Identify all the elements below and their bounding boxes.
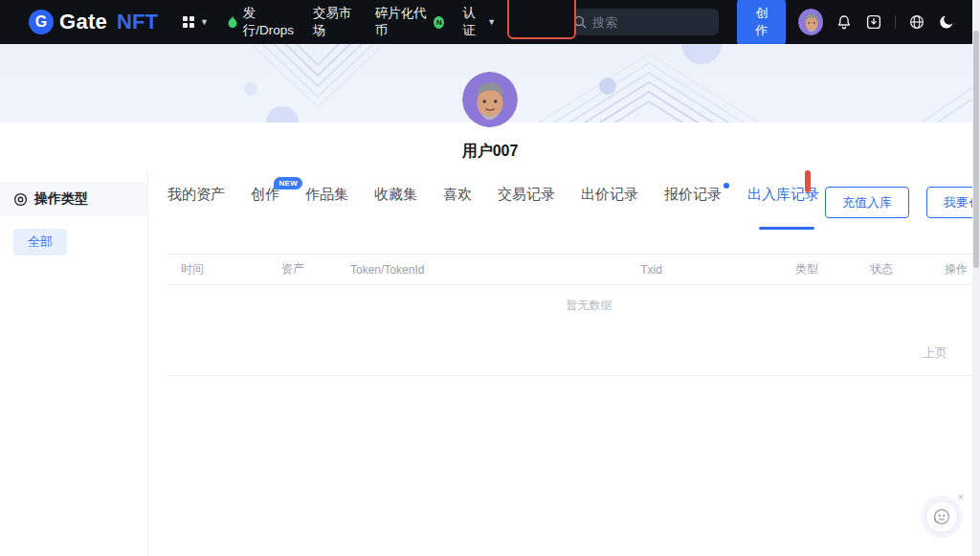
apps-menu-button[interactable]: ▼ (182, 15, 209, 29)
col-txid: Txid (537, 263, 766, 277)
asset-inbox-icon[interactable] (865, 13, 882, 31)
notifications-bell-icon[interactable] (835, 13, 853, 31)
nav-divider (895, 15, 896, 29)
records-table: 时间 资产 Token/TokenId Txid 类型 状态 操作 暂无数据 上… (167, 254, 980, 376)
profile-tabs: 我的资产 创作NEW 作品集 收藏集 喜欢 交易记录 出价记录 报价记录 出入库… (167, 186, 825, 230)
sidebar-title: 操作类型 (34, 190, 88, 208)
tab-collections[interactable]: 收藏集 (374, 186, 417, 230)
tab-trade-history[interactable]: 交易记录 (498, 186, 555, 230)
nav-item-label: 我的资产 (520, 5, 564, 39)
tabs-row: 我的资产 创作NEW 作品集 收藏集 喜欢 交易记录 出价记录 报价记录 出入库… (167, 186, 980, 230)
gate-nft-logo[interactable]: G Gate NFT (29, 10, 158, 34)
dark-mode-moon-icon[interactable] (938, 13, 955, 31)
chevron-down-icon: ▼ (200, 18, 209, 27)
search-icon (573, 15, 587, 29)
customer-support-button[interactable]: × (925, 500, 958, 533)
scrollbar-track[interactable] (972, 0, 980, 556)
nav-item-fractional-tokens[interactable]: 碎片化代币 N (375, 5, 445, 39)
top-navbar: G Gate NFT ▼ 发行/Drops 交易市场 碎片化代币 (0, 0, 980, 44)
nav-item-drops[interactable]: 发行/Drops (227, 5, 295, 39)
pagination: 上页 下页 (923, 345, 980, 362)
user-avatar[interactable] (798, 9, 823, 35)
brand-suffix: NFT (117, 10, 158, 34)
tab-offer-history[interactable]: 报价记录 (664, 186, 722, 230)
nav-right: 创作 (564, 0, 955, 45)
tab-create[interactable]: 创作NEW (251, 186, 279, 230)
support-headset-icon (931, 506, 952, 527)
nav-item-marketplace[interactable]: 交易市场 (313, 5, 357, 39)
empty-state-text: 暂无数据 (167, 285, 980, 314)
col-token-id: Token/TokenId (350, 263, 537, 277)
notification-dot (724, 183, 729, 189)
close-icon[interactable]: × (958, 492, 964, 502)
fractional-token-badge-icon: N (434, 16, 444, 29)
gate-logo-icon: G (29, 10, 54, 34)
search-input[interactable] (592, 15, 707, 30)
search-box[interactable] (564, 9, 719, 35)
col-type: 类型 (766, 261, 848, 278)
nav-item-my-assets[interactable]: 我的资产 (520, 5, 564, 39)
chevron-down-icon: ▼ (487, 18, 496, 27)
main-area: 操作类型 全部 我的资产 创作NEW 作品集 收藏集 喜欢 交易记录 出价记录 … (0, 172, 980, 556)
create-button[interactable]: 创作 (737, 0, 785, 45)
content-area: 我的资产 创作NEW 作品集 收藏集 喜欢 交易记录 出价记录 报价记录 出入库… (148, 172, 980, 556)
prev-page-button[interactable]: 上页 (923, 345, 947, 362)
sidebar-header: 操作类型 (0, 182, 147, 216)
profile-avatar[interactable] (462, 72, 518, 127)
nav-item-label: 发行/Drops (243, 5, 295, 39)
col-status: 状态 (848, 261, 915, 278)
active-tab-underline (759, 227, 814, 230)
target-icon (13, 192, 28, 207)
flame-icon (227, 15, 238, 29)
table-header: 时间 资产 Token/TokenId Txid 类型 状态 操作 (167, 255, 980, 285)
col-time: 时间 (181, 261, 281, 278)
nav-item-label: 碎片化代币 (375, 5, 430, 39)
filter-sidebar: 操作类型 全部 (0, 172, 148, 556)
col-asset: 资产 (281, 261, 350, 278)
tab-likes[interactable]: 喜欢 (443, 186, 472, 230)
scrollbar-thumb[interactable] (973, 31, 979, 268)
nav-item-label: 交易市场 (313, 5, 357, 39)
nav-item-label: 认证 (462, 5, 482, 39)
deposit-button[interactable]: 充值入库 (825, 187, 909, 218)
table-body: 暂无数据 上页 下页 (167, 285, 980, 375)
tab-deposit-withdraw-history[interactable]: 出入库记录 (747, 186, 825, 230)
tab-bid-history[interactable]: 出价记录 (581, 186, 638, 230)
grid-icon (182, 15, 195, 29)
tab-portfolio[interactable]: 作品集 (305, 186, 348, 230)
col-operation: 操作 (915, 261, 980, 278)
tab-my-assets[interactable]: 我的资产 (167, 186, 225, 230)
language-globe-icon[interactable] (908, 13, 925, 31)
action-buttons: 充值入库 我要创作 (825, 186, 980, 218)
brand-name: Gate (59, 10, 107, 34)
page: G Gate NFT ▼ 发行/Drops 交易市场 碎片化代币 (0, 0, 980, 556)
profile-username: 用户007 (0, 142, 980, 172)
filter-all-chip[interactable]: 全部 (13, 229, 67, 256)
nav-item-verify[interactable]: 认证 ▼ (462, 5, 496, 39)
nav-left: G Gate NFT ▼ 发行/Drops 交易市场 碎片化代币 (29, 5, 564, 39)
new-badge: NEW (274, 177, 302, 189)
